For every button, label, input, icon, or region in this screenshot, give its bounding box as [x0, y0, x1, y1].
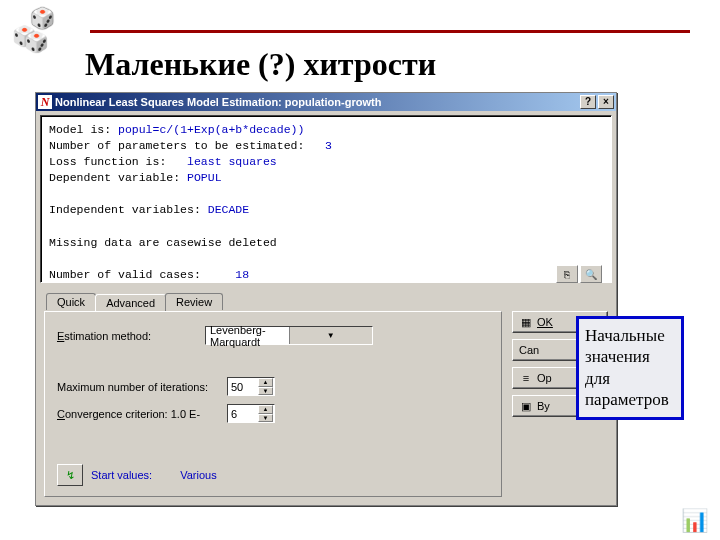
dice-decoration: 🎲 🎲 🎲 [8, 8, 58, 58]
model-value: popul=c/(1+Exp(a+b*decade)) [118, 123, 304, 136]
callout-box: Начальные значения для параметров [576, 316, 684, 420]
wand-icon: ↯ [66, 469, 75, 482]
convergence-row: Convergence criterion: 1.0 E- ▲▼ [57, 404, 489, 423]
output-toolbar: ⎘ 🔍 [556, 265, 602, 283]
convergence-label: Convergence criterion: 1.0 E- [57, 408, 227, 420]
chevron-down-icon[interactable]: ▼ [289, 327, 373, 344]
estimation-row: Estimation method: Levenberg-Marquardt ▼ [57, 326, 489, 345]
model-label: Model is: [49, 123, 118, 136]
loss-label: Loss function is: [49, 155, 187, 168]
lower-panel: Quick Advanced Review Estimation method:… [36, 289, 616, 505]
ok-label: OK [537, 316, 553, 328]
page-title: Маленькие (?) хитрости [85, 46, 436, 83]
die-icon: 🎲 [24, 32, 49, 52]
indep-label: Independent variables: [49, 203, 208, 216]
max-iter-input[interactable] [228, 378, 258, 395]
dialog-window: N Nonlinear Least Squares Model Estimati… [35, 92, 617, 506]
tab-review[interactable]: Review [165, 293, 223, 310]
missing-line: Missing data are casewise deleted [49, 236, 277, 249]
indep-value: DECADE [208, 203, 249, 216]
estimation-label: Estimation method: [57, 330, 205, 342]
convergence-spinner[interactable]: ▲▼ [227, 404, 275, 423]
spin-up-icon[interactable]: ▲ [258, 378, 273, 387]
zoom-button[interactable]: 🔍 [580, 265, 602, 283]
charts-decoration: 📊 [681, 508, 708, 534]
tab-strip: Quick Advanced Review [46, 293, 222, 310]
advanced-panel: Estimation method: Levenberg-Marquardt ▼… [44, 311, 502, 497]
start-values-link[interactable]: Start values: [91, 469, 152, 481]
help-button[interactable]: ? [580, 95, 596, 109]
tab-quick[interactable]: Quick [46, 293, 96, 310]
window-title: Nonlinear Least Squares Model Estimation… [55, 96, 578, 108]
start-values-value: Various [180, 469, 216, 481]
options-icon: ≡ [519, 371, 533, 385]
bygroup-icon: ▣ [519, 399, 533, 413]
cancel-label: Can [519, 344, 539, 356]
dep-value: POPUL [187, 171, 222, 184]
zoom-icon: 🔍 [585, 269, 597, 280]
estimation-combo[interactable]: Levenberg-Marquardt ▼ [205, 326, 373, 345]
max-iter-spinner[interactable]: ▲▼ [227, 377, 275, 396]
loss-value: least squares [187, 155, 277, 168]
bygroup-label: By [537, 400, 550, 412]
params-value: 3 [325, 139, 332, 152]
output-panel: Model is: popul=c/(1+Exp(a+b*decade)) Nu… [40, 115, 612, 283]
start-values-button[interactable]: ↯ [57, 464, 83, 486]
spin-down-icon[interactable]: ▼ [258, 387, 273, 396]
convergence-input[interactable] [228, 405, 258, 422]
start-values-row: ↯ Start values: Various [57, 464, 217, 486]
callout-text: Начальные значения для параметров [585, 326, 669, 409]
grid-icon: ▦ [519, 315, 533, 329]
estimation-value: Levenberg-Marquardt [206, 324, 289, 348]
app-icon: N [38, 95, 52, 109]
max-iter-row: Maximum number of iterations: ▲▼ [57, 377, 489, 396]
cases-label: Number of valid cases: [49, 268, 235, 281]
header-rule [90, 30, 690, 33]
dep-label: Dependent variable: [49, 171, 187, 184]
params-label: Number of parameters to be estimated: [49, 139, 325, 152]
max-iter-label: Maximum number of iterations: [57, 381, 227, 393]
cases-value: 18 [235, 268, 249, 281]
options-label: Op [537, 372, 552, 384]
copy-button[interactable]: ⎘ [556, 265, 578, 283]
copy-icon: ⎘ [564, 269, 570, 280]
spin-down-icon[interactable]: ▼ [258, 414, 273, 423]
tab-advanced[interactable]: Advanced [95, 294, 166, 311]
titlebar: N Nonlinear Least Squares Model Estimati… [36, 93, 616, 111]
spin-up-icon[interactable]: ▲ [258, 405, 273, 414]
close-button[interactable]: × [598, 95, 614, 109]
